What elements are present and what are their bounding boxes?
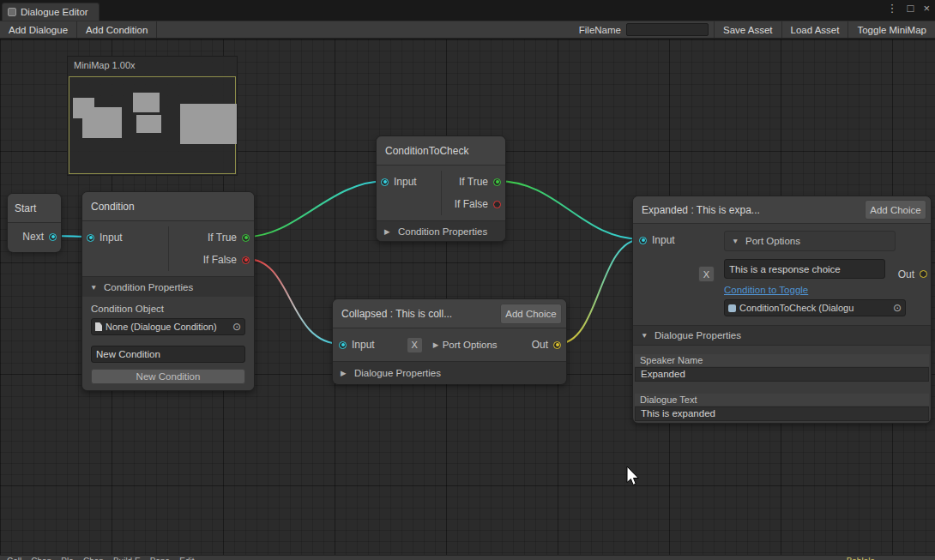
condition-node-title: Condition: [82, 192, 254, 221]
new-condition-button[interactable]: New Condition: [91, 369, 245, 384]
condition-false-label: If False: [203, 254, 237, 266]
condition-object-field[interactable]: None (Dialogue Condition) ⊙: [91, 318, 245, 335]
filename-label: FileName: [570, 25, 626, 35]
window-title: Dialogue Editor: [21, 7, 88, 17]
collapsed-properties-foldout[interactable]: ▶ Dialogue Properties: [333, 361, 566, 384]
speaker-name-field[interactable]: Expanded: [635, 367, 929, 382]
minimap-node-rect: [133, 93, 160, 112]
collapsed-node[interactable]: Collapsed : This is coll... Add Choice I…: [332, 298, 567, 384]
expanded-port-options-label: Port Options: [745, 236, 800, 246]
condition-input-port[interactable]: [87, 234, 94, 242]
start-next-port[interactable]: [49, 233, 57, 241]
condition-properties-foldout[interactable]: ▼ Condition Properties: [82, 276, 254, 297]
collapsed-out-label: Out: [532, 339, 548, 351]
dialogue-text-label: Dialogue Text: [635, 394, 929, 406]
condition-node[interactable]: Condition Input If True If False ▼ Condi…: [81, 191, 255, 391]
window-menu-icon[interactable]: ⋮: [887, 2, 898, 15]
add-choice-button[interactable]: Add Choice: [500, 304, 562, 324]
object-picker-icon[interactable]: ⊙: [893, 304, 902, 312]
collapsed-input-label: Input: [352, 339, 375, 351]
foldout-closed-icon: ▶: [341, 369, 348, 377]
condition-node-title-text: Condition: [91, 201, 135, 213]
object-picker-icon[interactable]: ⊙: [232, 322, 241, 331]
new-condition-input[interactable]: [91, 346, 245, 363]
conditiontocheck-node-title: ConditionToCheck: [377, 136, 505, 166]
window-tab-dialogue-editor[interactable]: Dialogue Editor: [2, 3, 100, 21]
expanded-condition-object-field[interactable]: ConditionToCheck (Dialogu ⊙: [724, 299, 906, 316]
speaker-name-label: Speaker Name: [635, 354, 929, 366]
choice-text-input[interactable]: [724, 259, 885, 279]
remove-choice-button[interactable]: X: [407, 337, 423, 353]
conditiontocheck-input-label: Input: [394, 176, 417, 188]
tab-icon: [8, 8, 16, 16]
status-bar-right-text: Bablala: [847, 557, 875, 560]
condition-false-port[interactable]: [242, 256, 250, 264]
minimap-node-rect: [82, 107, 122, 138]
collapsed-out-port[interactable]: [553, 341, 561, 349]
conditiontocheck-false-port[interactable]: [493, 201, 501, 208]
collapsed-properties-label: Dialogue Properties: [354, 368, 441, 378]
condition-properties-label: Condition Properties: [104, 282, 193, 292]
foldout-closed-icon: ▶: [384, 227, 392, 236]
foldout-open-icon: ▼: [641, 331, 648, 340]
collapsed-node-title-text: Collapsed : This is coll...: [341, 308, 452, 320]
condition-to-toggle-link[interactable]: Condition to Toggle: [724, 285, 808, 295]
save-asset-button[interactable]: Save Asset: [714, 21, 781, 38]
window-titlebar: Dialogue Editor ⋮ □ ×: [0, 0, 935, 21]
expanded-input-port[interactable]: [639, 237, 647, 244]
conditiontocheck-true-label: If True: [459, 176, 488, 188]
expanded-out-port[interactable]: [920, 270, 927, 278]
condition-object-value: None (Dialogue Condition): [106, 322, 229, 332]
maximize-icon[interactable]: □: [908, 2, 914, 15]
foldout-open-icon: ▼: [732, 237, 739, 245]
expanded-input-label: Input: [652, 234, 675, 246]
condition-true-port[interactable]: [242, 234, 250, 242]
status-bar: Coll... Chan... Pla... Chan... Build E..…: [0, 555, 935, 560]
conditiontocheck-properties-label: Condition Properties: [398, 226, 487, 237]
toolbar-spacer: [157, 21, 570, 38]
scriptable-object-icon: [728, 304, 736, 312]
status-bar-message: Coll... Chan... Pla... Chan... Build E..…: [7, 557, 202, 560]
minimap[interactable]: MiniMap 1.00x: [67, 56, 238, 176]
expanded-node[interactable]: Expanded : This is expa... Add Choice In…: [632, 196, 932, 424]
expanded-out-label: Out: [898, 268, 914, 280]
remove-choice-button[interactable]: X: [698, 266, 715, 282]
add-condition-button[interactable]: Add Condition: [77, 21, 157, 38]
close-icon[interactable]: ×: [923, 2, 930, 15]
condition-object-label: Condition Object: [91, 304, 245, 314]
toolbar: Add Dialogue Add Condition FileName Save…: [0, 21, 935, 39]
expanded-properties-label: Dialogue Properties: [654, 330, 741, 340]
minimap-node-rect: [180, 104, 237, 144]
foldout-open-icon: ▼: [90, 283, 98, 292]
conditiontocheck-node[interactable]: ConditionToCheck Input If True If False …: [376, 135, 506, 242]
expanded-port-options-foldout[interactable]: ▼ Port Options: [724, 231, 896, 251]
start-node-title-text: Start: [15, 202, 36, 214]
expanded-properties-foldout[interactable]: ▼ Dialogue Properties: [633, 325, 931, 346]
condition-input-label: Input: [100, 232, 123, 244]
condition-true-label: If True: [208, 232, 237, 244]
foldout-closed-icon[interactable]: ▶: [433, 340, 441, 349]
expanded-node-title-text: Expanded : This is expa...: [642, 204, 760, 216]
window-controls: ⋮ □ ×: [887, 2, 930, 15]
conditiontocheck-false-label: If False: [455, 198, 488, 210]
conditiontocheck-properties-foldout[interactable]: ▶ Condition Properties: [377, 220, 505, 241]
expanded-condition-object-value: ConditionToCheck (Dialogu: [739, 303, 890, 313]
start-node[interactable]: Start Next: [7, 193, 62, 251]
filename-input[interactable]: [626, 23, 709, 36]
minimap-label: MiniMap 1.00x: [74, 60, 136, 70]
conditiontocheck-true-port[interactable]: [493, 178, 501, 186]
start-node-title: Start: [8, 194, 61, 223]
minimap-node-rect: [136, 115, 161, 133]
conditiontocheck-node-title-text: ConditionToCheck: [385, 145, 468, 157]
toggle-minimap-button[interactable]: Toggle MiniMap: [848, 21, 935, 38]
load-asset-button[interactable]: Load Asset: [781, 21, 848, 38]
start-next-port-label: Next: [22, 231, 44, 243]
add-dialogue-button[interactable]: Add Dialogue: [0, 21, 77, 38]
conditiontocheck-input-port[interactable]: [381, 178, 389, 186]
collapsed-port-options-label[interactable]: Port Options: [443, 340, 498, 350]
add-choice-button[interactable]: Add Choice: [865, 200, 926, 220]
dialogue-text-field[interactable]: This is expanded: [635, 406, 929, 421]
document-icon: [95, 322, 102, 331]
collapsed-input-port[interactable]: [339, 341, 347, 349]
